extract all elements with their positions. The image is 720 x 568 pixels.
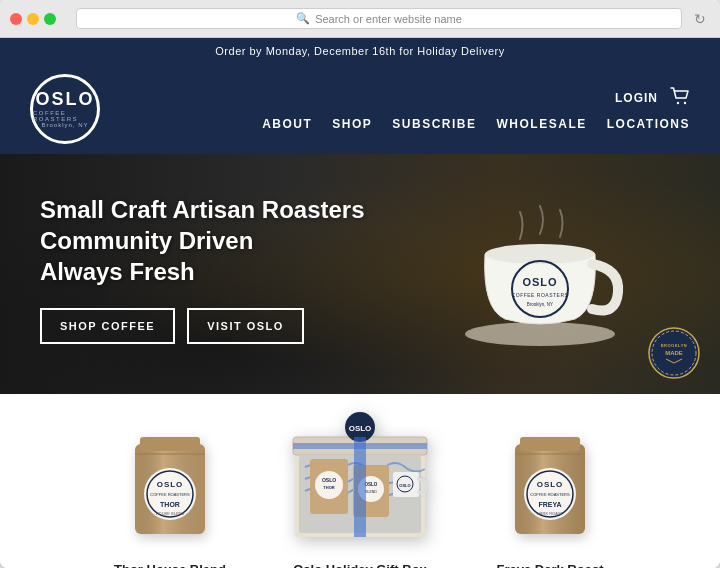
url-bar[interactable]: 🔍 Search or enter website name — [76, 8, 682, 29]
svg-rect-14 — [140, 437, 200, 451]
svg-text:COFFEE ROASTERS: COFFEE ROASTERS — [512, 292, 569, 298]
brooklyn-made-badge: BROOKLYN MADE — [648, 327, 700, 379]
logo[interactable]: OSLO COFFEE ROASTERS Brooklyn, NY — [30, 74, 100, 144]
products-grid: OSLO COFFEE ROASTERS THOR HOUSE BLEND Th… — [100, 414, 620, 568]
svg-rect-39 — [354, 437, 366, 537]
visit-oslo-button[interactable]: VISIT OSLO — [187, 308, 304, 344]
hero-buttons: SHOP COFFEE VISIT OSLO — [40, 308, 365, 344]
svg-text:OSLO: OSLO — [399, 483, 410, 488]
svg-text:OSLO: OSLO — [322, 477, 336, 483]
svg-text:HOUSE BLEND: HOUSE BLEND — [156, 511, 185, 516]
svg-text:THOR: THOR — [160, 501, 180, 508]
header-top-right: LOGIN — [615, 87, 690, 109]
svg-text:Brooklyn, NY: Brooklyn, NY — [527, 302, 553, 307]
cart-icon[interactable] — [670, 87, 690, 109]
header-right: LOGIN ABOUT SHOP SUBSCRIBE WHOLESALE LO — [262, 87, 690, 131]
nav-wholesale[interactable]: WHOLESALE — [497, 117, 587, 131]
svg-text:COFFEE ROASTERS: COFFEE ROASTERS — [150, 492, 190, 497]
site-content: Order by Monday, December 16th for Holid… — [0, 38, 720, 568]
svg-text:BROOKLYN: BROOKLYN — [661, 343, 688, 348]
svg-text:THOR: THOR — [323, 485, 334, 490]
product-name-2: Oslo Holiday Gift Box — [293, 562, 427, 568]
product-item: OSLO COFFEE ROASTERS THOR HOUSE BLEND Th… — [100, 414, 240, 568]
nav-subscribe[interactable]: SUBSCRIBE — [392, 117, 476, 131]
traffic-lights — [10, 13, 56, 25]
product-item-3: OSLO COFFEE ROASTERS FREYA DARK ROAST Fr… — [480, 414, 620, 568]
svg-text:MADE: MADE — [665, 350, 683, 356]
svg-point-1 — [684, 102, 686, 104]
svg-point-2 — [465, 322, 615, 346]
svg-text:OSLO: OSLO — [537, 480, 564, 489]
close-button[interactable] — [10, 13, 22, 25]
product-image-gift[interactable]: OSLO THOR OSLO BLEND OSL — [285, 394, 435, 554]
svg-text:OSLO: OSLO — [365, 482, 378, 487]
minimize-button[interactable] — [27, 13, 39, 25]
hero-cup-image: OSLO COFFEE ROASTERS Brooklyn, NY — [440, 164, 640, 364]
svg-text:FREYA: FREYA — [538, 501, 561, 508]
svg-rect-43 — [520, 437, 580, 451]
nav-shop[interactable]: SHOP — [332, 117, 372, 131]
logo-name: OSLO — [35, 90, 94, 108]
hero-headline: Small Craft Artisan Roasters Community D… — [40, 194, 365, 288]
logo-sub: COFFEE ROASTERS — [33, 110, 97, 122]
svg-rect-40 — [293, 443, 427, 449]
site-header: OSLO COFFEE ROASTERS Brooklyn, NY LOGIN — [0, 64, 720, 154]
url-text: Search or enter website name — [315, 13, 462, 25]
shop-coffee-hero-button[interactable]: SHOP COFFEE — [40, 308, 175, 344]
browser-window: 🔍 Search or enter website name ↻ Order b… — [0, 0, 720, 568]
hero-line-2: Community Driven — [40, 225, 365, 256]
hero-text: Small Craft Artisan Roasters Community D… — [40, 194, 365, 344]
announcement-text: Order by Monday, December 16th for Holid… — [215, 45, 504, 57]
svg-point-0 — [677, 102, 679, 104]
svg-text:OSLO: OSLO — [157, 480, 184, 489]
announcement-bar: Order by Monday, December 16th for Holid… — [0, 38, 720, 64]
svg-text:BLEND: BLEND — [365, 490, 377, 494]
nav-locations[interactable]: LOCATIONS — [607, 117, 690, 131]
product-image-freya[interactable]: OSLO COFFEE ROASTERS FREYA DARK ROAST — [490, 414, 610, 554]
svg-text:COFFEE ROASTERS: COFFEE ROASTERS — [530, 492, 570, 497]
login-button[interactable]: LOGIN — [615, 91, 658, 105]
product-name-3: Freya Dark Roast — [497, 562, 604, 568]
products-section: OSLO COFFEE ROASTERS THOR HOUSE BLEND Th… — [0, 394, 720, 568]
svg-text:OSLO: OSLO — [349, 424, 372, 433]
hero-line-1: Small Craft Artisan Roasters — [40, 194, 365, 225]
fullscreen-button[interactable] — [44, 13, 56, 25]
svg-text:OSLO: OSLO — [522, 276, 557, 288]
hero-line-3: Always Fresh — [40, 256, 365, 287]
nav-about[interactable]: ABOUT — [262, 117, 312, 131]
svg-text:DARK ROAST: DARK ROAST — [537, 511, 564, 516]
reload-button[interactable]: ↻ — [690, 9, 710, 29]
main-nav: ABOUT SHOP SUBSCRIBE WHOLESALE LOCATIONS — [262, 117, 690, 131]
hero-section: OSLO COFFEE ROASTERS Brooklyn, NY Small … — [0, 154, 720, 394]
product-name-1: Thor House Blend — [114, 562, 226, 568]
product-image-thor[interactable]: OSLO COFFEE ROASTERS THOR HOUSE BLEND — [110, 414, 230, 554]
product-item-featured: OSLO THOR OSLO BLEND OSL — [280, 394, 440, 568]
browser-chrome: 🔍 Search or enter website name ↻ — [0, 0, 720, 38]
logo-city: Brooklyn, NY — [41, 122, 88, 128]
